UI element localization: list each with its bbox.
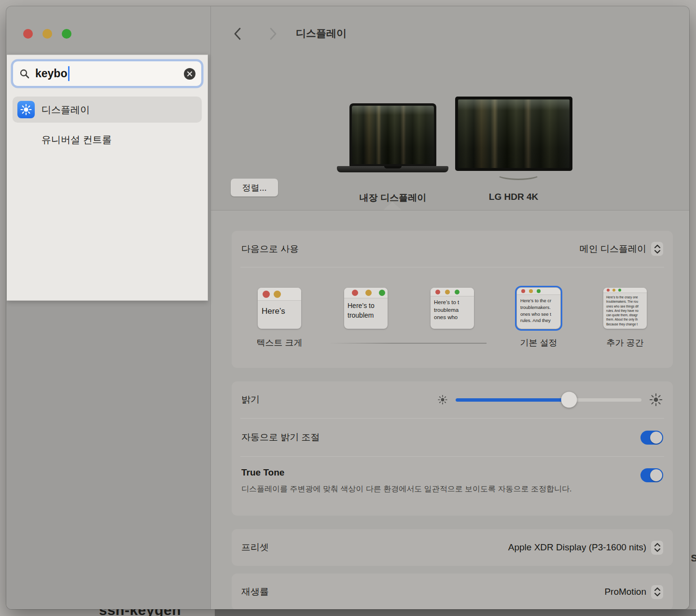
- sidebar-divider: [210, 6, 211, 609]
- screen: ssh-keygen s 디스플레이: [0, 0, 696, 616]
- scale-label-default: 기본 설정: [498, 337, 580, 349]
- result-label: 디스플레이: [42, 103, 90, 116]
- true-tone-description: 디스플레이를 주변광에 맞춰 색상이 다른 환경에서도 일관적으로 보이도록 자…: [241, 482, 599, 496]
- preset-dropdown[interactable]: [651, 541, 663, 555]
- preset-value: Apple XDR Display (P3-1600 nits): [508, 542, 646, 553]
- page-title: 디스플레이: [296, 27, 347, 40]
- builtin-display-name: 내장 디스플레이: [335, 192, 451, 204]
- arrange-button[interactable]: 정렬...: [231, 179, 278, 196]
- brightness-slider[interactable]: [456, 398, 641, 402]
- chevron-left-icon: [232, 27, 244, 41]
- scale-option-more-space[interactable]: Here’s to the crazy one troublemakers. T…: [603, 288, 647, 329]
- search-input[interactable]: keybo: [13, 61, 202, 86]
- refresh-rate-dropdown[interactable]: [651, 585, 663, 599]
- chevron-up-down-icon: [653, 243, 662, 255]
- section-divider: [211, 210, 689, 210]
- brightness-slider-thumb[interactable]: [561, 392, 577, 408]
- brightness-slider-fill: [456, 398, 569, 402]
- refresh-rate-card: 재생률 ProMotion: [232, 574, 673, 609]
- laptop-base: [337, 166, 448, 172]
- clear-search-button[interactable]: [184, 68, 195, 80]
- chevron-up-down-icon: [653, 542, 662, 553]
- preset-label: 프리셋: [241, 541, 269, 554]
- brightness-low-icon: [437, 394, 448, 406]
- scale-options-connector-line: [329, 343, 487, 344]
- refresh-rate-label: 재생률: [241, 586, 269, 598]
- auto-brightness-label: 자동으로 밝기 조절: [241, 431, 320, 444]
- scale-option-larger-text[interactable]: Here’s: [258, 288, 301, 329]
- chevron-right-icon: [266, 27, 279, 41]
- use-as-value: 메인 디스플레이: [580, 243, 646, 255]
- scale-label-more-space: 추가 공간: [584, 337, 666, 349]
- search-value: keybo: [35, 67, 67, 80]
- search-result-displays[interactable]: 디스플레이: [13, 97, 202, 123]
- true-tone-label: True Tone: [241, 467, 663, 478]
- text-cursor: [68, 66, 70, 81]
- scale-option-3[interactable]: Here’s to t troublema ones who: [431, 288, 474, 329]
- brightness-label: 밝기: [241, 393, 260, 406]
- monitor-stand: [496, 168, 541, 180]
- builtin-display-thumbnail[interactable]: [349, 103, 436, 167]
- brightness-card: 밝기: [232, 381, 673, 516]
- use-as-label: 다음으로 사용: [241, 243, 299, 255]
- forward-button[interactable]: [264, 26, 281, 42]
- search-popover: keybo: [7, 55, 208, 301]
- background-window-fragment: [215, 609, 696, 616]
- scale-option-2[interactable]: Here’s to troublem: [344, 288, 388, 329]
- preset-card: 프리셋 Apple XDR Display (P3-1600 nits): [232, 529, 673, 566]
- result-label: 유니버설 컨트롤: [42, 133, 112, 146]
- close-button[interactable]: [23, 29, 33, 39]
- external-display-thumbnail[interactable]: [455, 97, 572, 171]
- auto-brightness-toggle[interactable]: [640, 431, 663, 445]
- background-text-fragment: s: [691, 550, 696, 565]
- system-settings-window: 디스플레이 keybo: [6, 6, 689, 609]
- zoom-button[interactable]: [62, 29, 71, 39]
- back-button[interactable]: [230, 26, 246, 42]
- display-settings-card: 다음으로 사용 메인 디스플레이: [232, 231, 673, 368]
- true-tone-toggle[interactable]: [640, 468, 663, 482]
- minimize-button[interactable]: [42, 29, 52, 39]
- chevron-up-down-icon: [653, 586, 662, 598]
- refresh-rate-value: ProMotion: [604, 587, 646, 597]
- use-as-dropdown[interactable]: [651, 242, 663, 256]
- laptop-notch: [388, 103, 398, 106]
- scale-option-default[interactable]: Here’s to the cr troublemakers. ones who…: [517, 288, 560, 329]
- scale-label-larger-text: 텍스트 크게: [238, 337, 320, 349]
- search-result-universal-control[interactable]: 유니버설 컨트롤: [13, 128, 202, 151]
- close-icon: [184, 68, 195, 80]
- external-display-name: LG HDR 4K: [456, 192, 571, 202]
- display-brightness-icon: [17, 101, 35, 118]
- search-icon: [19, 68, 30, 80]
- brightness-high-icon: [649, 392, 663, 407]
